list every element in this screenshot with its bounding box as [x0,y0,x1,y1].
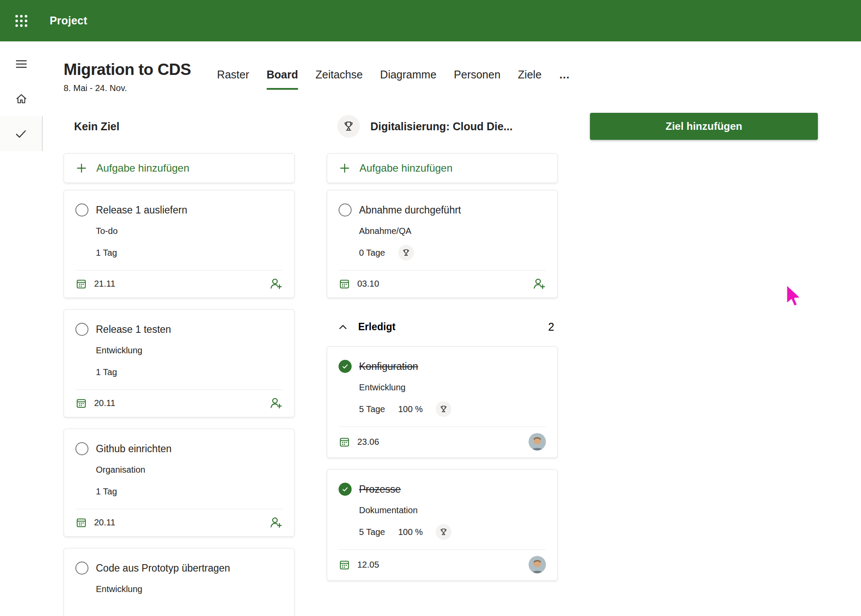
app-name: Project [50,14,87,27]
tab-board[interactable]: Board [267,68,298,90]
calendar-icon [339,436,350,448]
nav-menu-button[interactable] [0,47,43,81]
tab-personen[interactable]: Personen [454,68,501,90]
task-bucket: Abnahme/QA [359,226,546,236]
calendar-icon [339,278,350,290]
task-duration: 5 Tage [359,527,385,537]
tab-ziele[interactable]: Ziele [518,68,542,90]
task-bucket: Entwicklung [96,584,283,594]
task-duration: 5 Tage [359,404,385,414]
task-due-date: 03.10 [357,279,379,289]
task-complete-radio[interactable] [75,562,88,575]
card-footer: 03.10 [339,270,546,298]
column-header[interactable]: Digitalisierung: Cloud Die... [327,112,558,140]
task-card-completed[interactable]: Konfiguration Entwicklung 5 Tage 100 % 2… [327,346,558,458]
task-duration: 0 Tage [359,248,385,258]
goal-trophy-badge [337,115,360,138]
add-task-button[interactable]: Aufgabe hinzufügen [64,153,295,183]
task-title: Konfiguration [359,361,418,372]
avatar-photo [529,556,546,573]
view-tabs: Raster Board Zeitachse Diagramme Persone… [217,68,571,90]
main-content: Migration to CDS 8. Mai - 24. Nov. Raste… [43,41,861,616]
task-title: Github einrichten [96,443,172,455]
task-complete-radio[interactable] [75,323,88,336]
completed-section-label: Erledigt [358,321,396,333]
tab-diagramme[interactable]: Diagramme [380,68,436,90]
task-card[interactable]: Code aus Prototyp übertragen Entwicklung [64,548,295,616]
task-card[interactable]: Abnahme durchgeführt Abnahme/QA 0 Tage 0… [327,190,558,298]
tab-raster[interactable]: Raster [217,68,249,90]
board-column-kein-ziel: Kein Ziel Aufgabe hinzufügen Release 1 a… [64,112,295,616]
task-complete-radio[interactable] [75,203,88,217]
task-bucket: Dokumentation [359,505,546,515]
task-bucket: Entwicklung [359,382,546,393]
task-complete-radio[interactable] [339,203,352,217]
trophy-icon [439,405,448,413]
task-card[interactable]: Release 1 testen Entwicklung 1 Tag 20.11 [64,309,295,417]
person-add-icon [532,277,546,291]
home-icon [15,92,28,105]
task-duration: 1 Tag [96,248,117,258]
task-percent-complete: 100 % [398,527,423,537]
plus-icon [75,162,88,174]
assign-person-button[interactable] [269,277,283,291]
assign-person-button[interactable] [532,277,546,291]
task-duration: 1 Tag [96,367,117,377]
left-rail [0,41,43,616]
board: Kein Ziel Aufgabe hinzufügen Release 1 a… [64,112,861,616]
task-completed-check[interactable] [339,483,352,496]
calendar-icon [75,517,87,528]
task-due-date: 20.11 [94,398,115,408]
assign-person-button[interactable] [269,515,283,529]
person-add-icon [269,396,283,410]
task-due-date: 23.06 [357,437,379,447]
person-add-icon [269,277,283,291]
add-goal-column: Ziel hinzufügen [590,112,818,616]
tab-zeitachse[interactable]: Zeitachse [315,68,363,90]
collapse-completed-button[interactable] [337,322,349,333]
check-icon [341,362,349,370]
task-card-completed[interactable]: Prozesse Dokumentation 5 Tage 100 % 12.0… [327,469,558,581]
card-footer: 12.05 [339,549,546,580]
task-bucket: To-do [96,226,283,236]
task-bucket: Organisation [96,465,283,475]
tabs-more-button[interactable]: … [559,68,571,90]
assign-person-button[interactable] [269,396,283,410]
plus-icon [339,162,351,174]
goal-chip [398,245,414,261]
task-card[interactable]: Release 1 ausliefern To-do 1 Tag 21.11 [64,190,295,298]
nav-tasks-button[interactable] [0,116,43,151]
column-title[interactable]: Digitalisierung: Cloud Die... [370,120,512,133]
assignee-avatar[interactable] [529,433,546,450]
chevron-up-icon [337,322,349,333]
hamburger-icon [15,58,28,71]
waffle-icon [14,14,28,28]
assignee-avatar[interactable] [529,556,546,573]
task-duration: 1 Tag [96,487,117,497]
card-footer: 21.11 [75,270,283,298]
task-title: Release 1 testen [96,324,171,335]
add-task-label: Aufgabe hinzufügen [96,162,190,174]
task-completed-check[interactable] [339,360,352,373]
task-percent-complete: 100 % [398,404,423,414]
app-launcher-button[interactable] [0,0,43,41]
calendar-icon [75,278,87,290]
task-due-date: 12.05 [357,560,379,570]
completed-count: 2 [548,321,554,333]
column-header: Kein Ziel [64,112,295,140]
completed-section-header: Erledigt 2 [337,321,554,333]
project-header: Migration to CDS 8. Mai - 24. Nov. Raste… [64,61,861,93]
page-title: Migration to CDS [64,61,191,79]
nav-home-button[interactable] [0,81,43,116]
card-footer: 23.06 [339,426,546,457]
task-title: Abnahme durchgeführt [359,204,461,216]
task-due-date: 21.11 [94,279,115,289]
calendar-icon [339,559,350,571]
title-block: Migration to CDS 8. Mai - 24. Nov. [64,61,191,93]
task-card[interactable]: Github einrichten Organisation 1 Tag 20.… [64,429,295,537]
add-task-button[interactable]: Aufgabe hinzufügen [327,153,558,183]
task-complete-radio[interactable] [75,442,88,455]
add-goal-button[interactable]: Ziel hinzufügen [590,113,818,140]
check-icon [341,485,349,493]
card-footer: 20.11 [75,389,283,417]
